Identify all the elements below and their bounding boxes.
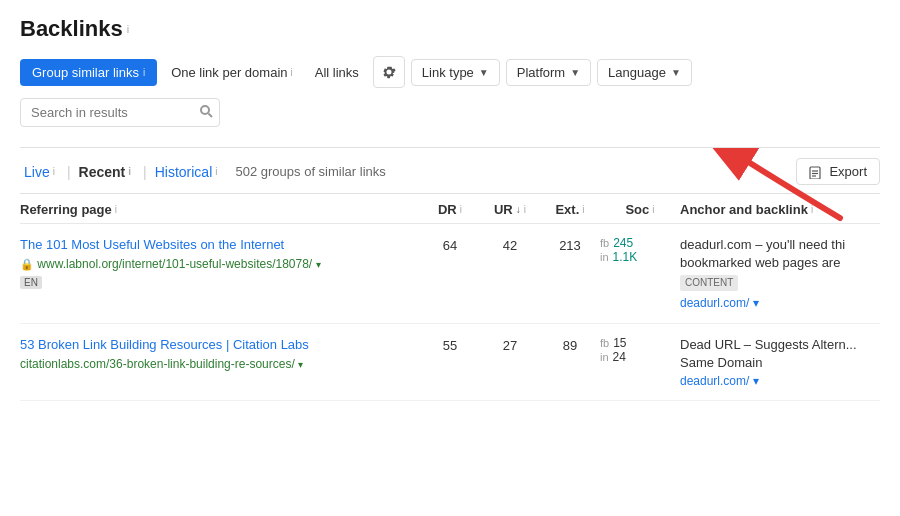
url-expand-icon-1[interactable]: ▾ (316, 259, 321, 270)
anchor-link-2[interactable]: deadurl.com/ ▾ (680, 373, 759, 390)
tabs-row: Live i | Recent i | Historical i 502 gro… (20, 148, 880, 194)
ref-page-title-2[interactable]: 53 Broken Link Building Resources | Cita… (20, 337, 309, 352)
col-ext: Ext. i (540, 202, 600, 217)
group-similar-button[interactable]: Group similar links i (20, 59, 157, 86)
social-cell-1: fb 245 in 1.1K (600, 236, 680, 264)
all-links-label: All links (315, 65, 359, 80)
dr-cell-2: 55 (420, 336, 480, 353)
settings-button[interactable] (373, 56, 405, 88)
ref-page-cell-1: The 101 Most Useful Websites on the Inte… (20, 236, 420, 289)
col-anchor: Anchor and backlink i (680, 202, 880, 217)
group-similar-info-icon: i (143, 67, 145, 78)
social-cell-2: fb 15 in 24 (600, 336, 680, 364)
tab-separator-2: | (143, 164, 147, 180)
link-type-label: Link type (422, 65, 474, 80)
col-referring-page: Referring page i (20, 202, 420, 217)
all-links-button[interactable]: All links (307, 59, 367, 86)
url-expand-icon-2[interactable]: ▾ (298, 359, 303, 370)
export-button[interactable]: Export (796, 158, 880, 185)
platform-dropdown[interactable]: Platform ▼ (506, 59, 591, 86)
search-row (20, 98, 880, 137)
anchor-text-2: Dead URL – Suggests Altern... Same Domai… (680, 337, 857, 370)
tab-live-info: i (53, 166, 55, 177)
ur-cell-2: 27 (480, 336, 540, 353)
group-similar-label: Group similar links (32, 65, 139, 80)
ext-cell-1: 213 (540, 236, 600, 253)
platform-caret: ▼ (570, 67, 580, 78)
svg-line-1 (209, 114, 213, 118)
tab-historical[interactable]: Historical i (151, 162, 222, 182)
tab-live[interactable]: Live i (20, 162, 59, 182)
dr-cell-1: 64 (420, 236, 480, 253)
gear-icon (381, 64, 397, 80)
ur-cell-1: 42 (480, 236, 540, 253)
language-caret: ▼ (671, 67, 681, 78)
export-label: Export (829, 164, 867, 179)
search-input[interactable] (31, 105, 199, 120)
tab-recent-info: i (128, 166, 131, 177)
one-per-domain-label: One link per domain (171, 65, 287, 80)
toolbar: Group similar links i One link per domai… (20, 56, 880, 88)
one-per-domain-button[interactable]: One link per domain i (163, 59, 301, 86)
page-title: Backlinks i (20, 16, 880, 42)
tab-historical-info: i (215, 166, 217, 177)
col-social: Soc i (600, 202, 680, 217)
language-label: Language (608, 65, 666, 80)
svg-point-0 (201, 106, 209, 114)
anchor-cell-1: deadurl.com – you'll need thi bookmarked… (680, 236, 880, 313)
lang-badge-1: EN (20, 276, 42, 289)
link-type-caret: ▼ (479, 67, 489, 78)
export-icon (809, 165, 823, 179)
ref-page-title-1[interactable]: The 101 Most Useful Websites on the Inte… (20, 237, 284, 252)
content-badge-1: CONTENT (680, 275, 738, 291)
title-info-icon: i (127, 23, 129, 35)
table-row: The 101 Most Useful Websites on the Inte… (20, 224, 880, 324)
anchor-link-1[interactable]: deadurl.com/ ▾ (680, 295, 759, 312)
lock-icon-1: 🔒 (20, 258, 34, 270)
search-icon (199, 104, 213, 121)
ref-page-cell-2: 53 Broken Link Building Resources | Cita… (20, 336, 420, 373)
search-bar (20, 98, 220, 127)
anchor-cell-2: Dead URL – Suggests Altern... Same Domai… (680, 336, 880, 391)
tab-historical-label: Historical (155, 164, 213, 180)
tab-recent-label: Recent (79, 164, 126, 180)
table-row: 53 Broken Link Building Resources | Cita… (20, 324, 880, 402)
col-ur: UR ↓ i (480, 202, 540, 217)
summary-text: 502 groups of similar links (235, 164, 796, 179)
col-dr: DR i (420, 202, 480, 217)
language-dropdown[interactable]: Language ▼ (597, 59, 692, 86)
title-text: Backlinks (20, 16, 123, 42)
ext-cell-2: 89 (540, 336, 600, 353)
platform-label: Platform (517, 65, 565, 80)
link-type-dropdown[interactable]: Link type ▼ (411, 59, 500, 86)
tab-live-label: Live (24, 164, 50, 180)
one-per-domain-info-icon: i (291, 67, 293, 78)
table-header: Referring page i DR i UR ↓ i Ext. i Soc … (20, 194, 880, 224)
ref-page-url-1: 🔒 www.labnol.org/internet/101-useful-web… (20, 256, 420, 273)
ref-page-url-2: citationlabs.com/36-broken-link-building… (20, 356, 420, 373)
tab-separator-1: | (67, 164, 71, 180)
tab-recent[interactable]: Recent i (75, 162, 135, 182)
anchor-text-1: deadurl.com – you'll need thi bookmarked… (680, 237, 845, 270)
